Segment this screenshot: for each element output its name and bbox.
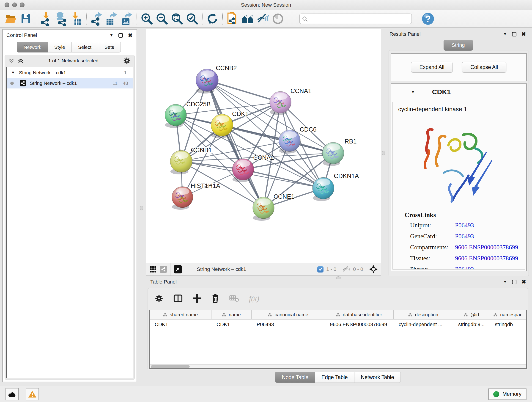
column-header-description[interactable]: description (394, 310, 453, 319)
view-network-title: String Network – cdk1 (197, 266, 246, 272)
network-options-gear-icon[interactable] (123, 57, 131, 65)
table-cell[interactable]: P06493 (252, 319, 325, 330)
add-column-icon[interactable] (193, 294, 201, 303)
column-header-canonical-name[interactable]: canonical name (252, 310, 325, 319)
hide-selected-button[interactable] (255, 12, 270, 26)
import-network-from-database-button[interactable] (54, 12, 69, 26)
column-header--id[interactable]: @id (453, 310, 490, 319)
hidden-eye-icon[interactable] (342, 266, 350, 273)
network-node-CDKN1A[interactable]: CDKN1A (312, 172, 359, 201)
expand-all-icon[interactable] (18, 58, 24, 64)
crosslink-link[interactable]: P06493 (455, 233, 474, 240)
panel-collapse-icon[interactable]: ▼ (503, 32, 507, 36)
zoom-fit-button[interactable] (170, 12, 185, 26)
scrollbar-thumb[interactable] (151, 365, 190, 368)
network-node-CCNB1[interactable]: CCNB1 (170, 147, 212, 174)
panel-close-icon[interactable]: ✖ (521, 279, 526, 285)
network-canvas[interactable]: CCNB2CCNA1CDC25BCDK1CDC6RB1CCNB1CCNA2CDK… (146, 29, 381, 263)
show-columns-icon[interactable] (173, 294, 183, 303)
panel-float-icon[interactable] (119, 33, 123, 38)
table-row[interactable]: CDK1CDK1P064939606.ENSP00000378699cyclin… (150, 319, 526, 330)
network-node-CDC25B[interactable]: CDC25B (165, 101, 211, 128)
zoom-selected-button[interactable] (185, 12, 200, 26)
column-header-shared-name[interactable]: shared name (150, 310, 211, 319)
table-options-gear-icon[interactable] (155, 294, 163, 303)
network-node-HIST1H1A[interactable]: HIST1H1A (172, 182, 220, 210)
tab-node-table[interactable]: Node Table (275, 372, 315, 383)
network-share-icon[interactable] (160, 266, 167, 273)
help-button[interactable]: ? (422, 12, 434, 25)
panel-collapse-icon[interactable]: ▼ (109, 33, 114, 38)
delete-column-icon[interactable] (211, 294, 219, 303)
refresh-view-button[interactable] (205, 12, 220, 26)
table-cell[interactable]: stringdb (490, 319, 526, 330)
protein-expand-caret[interactable]: ▼ (411, 89, 415, 95)
export-image-button[interactable] (119, 12, 134, 26)
zoom-in-button[interactable] (139, 12, 154, 26)
tab-select[interactable]: Select (72, 42, 98, 52)
table-cell[interactable]: 9606.ENSP00000378699 (325, 319, 394, 330)
panel-close-icon[interactable]: ✖ (128, 32, 133, 38)
tab-sets[interactable]: Sets (98, 42, 121, 52)
export-table-button[interactable] (104, 12, 119, 26)
detach-view-icon[interactable] (174, 265, 182, 274)
birdseye-grid-icon[interactable] (150, 266, 157, 273)
splitter-grip[interactable] (336, 276, 341, 279)
tab-style[interactable]: Style (48, 42, 72, 52)
table-horizontal-scrollbar[interactable] (150, 364, 526, 368)
panel-close-icon[interactable]: ✖ (521, 32, 526, 37)
show-all-button[interactable] (270, 12, 285, 26)
export-network-button[interactable] (89, 12, 104, 26)
network-edge-CCNA2-CDKN1A[interactable] (243, 169, 323, 188)
import-table-button[interactable] (69, 12, 84, 26)
crosslink-link[interactable]: 9606.ENSP00000378699 (455, 244, 518, 251)
save-session-button[interactable] (18, 12, 33, 26)
panel-float-icon[interactable] (512, 32, 516, 36)
zoom-out-button[interactable] (154, 12, 170, 26)
column-header-namespac[interactable]: namespac (490, 310, 526, 319)
zoom-window-button[interactable] (20, 2, 25, 7)
column-header-name[interactable]: name (211, 310, 252, 319)
import-network-button[interactable] (38, 12, 54, 26)
crosslink-link[interactable]: P06493 (455, 266, 474, 269)
network-node-RB1[interactable]: RB1 (322, 138, 357, 166)
table-cell[interactable]: cyclin-dependent ... (394, 319, 453, 330)
collection-expand-caret[interactable]: ▼ (11, 70, 15, 75)
column-header-database-identifier[interactable]: database identifier (325, 310, 394, 319)
network-node-CCNA1[interactable]: CCNA1 (270, 88, 312, 115)
selected-checkbox-icon[interactable] (317, 266, 323, 273)
tab-edge-table[interactable]: Edge Table (315, 372, 355, 383)
memory-button[interactable]: Memory (488, 389, 526, 400)
crosslink-link[interactable]: 9606.ENSP00000378699 (455, 255, 518, 262)
crosslink-link[interactable]: P06493 (455, 222, 474, 229)
splitter-grip[interactable] (382, 151, 385, 155)
network-node-CDC6[interactable]: CDC6 (279, 126, 317, 153)
splitter-grip[interactable] (140, 206, 143, 211)
tab-network-table[interactable]: Network Table (355, 372, 401, 383)
protein-card-header[interactable]: ▼ CDK1 (391, 84, 526, 100)
network-edge-CCNB2-CCNA1[interactable] (207, 80, 280, 102)
tab-network[interactable]: Network (17, 42, 48, 52)
search-input[interactable] (299, 13, 412, 24)
collapse-all-button[interactable]: Collapse All (462, 62, 506, 73)
close-window-button[interactable] (5, 2, 9, 7)
minimize-window-button[interactable] (12, 2, 17, 7)
new-network-from-selection-button[interactable] (225, 12, 240, 26)
tab-string[interactable]: String (443, 40, 473, 51)
cloud-tasks-button[interactable] (6, 388, 19, 400)
expand-all-button[interactable]: Expand All (411, 62, 453, 73)
network-collection-row[interactable]: ▼ String Network – cdk1 1 (7, 67, 133, 78)
table-cell[interactable]: CDK1 (211, 319, 252, 330)
node-label-CCNA1: CCNA1 (291, 88, 312, 95)
network-row-selected[interactable]: String Network – cdk1 11 48 (7, 78, 133, 89)
database-import-icon (55, 12, 68, 26)
show-hide-graphics-button[interactable] (240, 12, 255, 26)
panel-collapse-icon[interactable]: ▼ (503, 280, 507, 284)
table-cell[interactable]: CDK1 (150, 319, 211, 330)
open-session-button[interactable] (3, 12, 18, 26)
warnings-button[interactable] (26, 388, 39, 400)
table-cell[interactable]: stringdb:9... (453, 319, 490, 330)
panel-float-icon[interactable] (512, 280, 516, 284)
pan-crosshair-icon[interactable] (369, 265, 378, 274)
collapse-all-icon[interactable] (8, 58, 14, 64)
